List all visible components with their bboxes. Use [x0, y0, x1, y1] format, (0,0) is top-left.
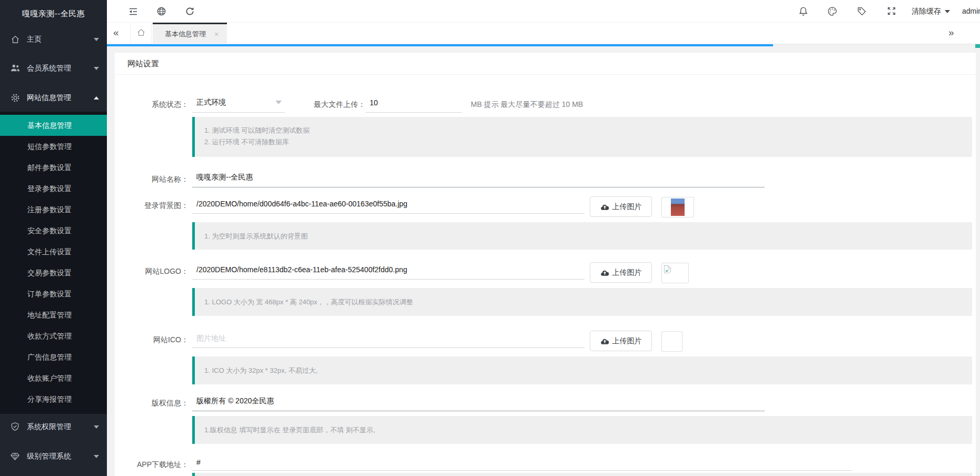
system-status-value: 正式环境 [192, 97, 285, 107]
sidebar-item-share-poster[interactable]: 分享海报管理 [0, 389, 107, 410]
sidebar-item-label: 主页 [27, 35, 42, 44]
globe-icon[interactable] [156, 6, 167, 17]
chevron-down-icon [94, 38, 99, 41]
main-content: 网站设置 系统状态： 正式环境 最大文件上传： MB 提示 最大尽量不要超过 1… [107, 46, 980, 476]
ico-hint-box: 1. ICO 大小为 32px * 32px, 不易过大, [192, 356, 972, 384]
shield-check-icon [11, 422, 20, 432]
broken-image-icon [664, 265, 671, 276]
sidebar-item-payment-account[interactable]: 收款账户管理 [0, 368, 107, 389]
sidebar-item-register-params[interactable]: 注册参数设置 [0, 199, 107, 220]
sidebar-item-home[interactable]: 主页 [0, 27, 107, 52]
site-ico-label: 网站ICO： [115, 334, 189, 345]
chevron-down-icon [94, 455, 99, 458]
clear-cache-button[interactable]: 清除缓存 [912, 7, 950, 16]
login-bg-input[interactable] [192, 198, 585, 214]
app-download-label: APP下载地址： [115, 459, 189, 470]
sidebar-item-sms-params[interactable]: 短信参数管理 [0, 136, 107, 157]
home-icon [11, 35, 20, 44]
clear-cache-label: 清除缓存 [912, 7, 941, 15]
logo-thumbnail[interactable] [661, 263, 689, 283]
refresh-icon[interactable] [185, 6, 195, 17]
chevron-down-icon [94, 67, 99, 70]
ico-thumbnail[interactable] [661, 331, 682, 352]
upload-logo-button[interactable]: 上传图片 [590, 262, 652, 283]
site-logo-input[interactable] [192, 264, 585, 280]
sidebar-item-label: 系统权限管理 [27, 422, 71, 432]
sidebar: 嘎嘎亲测--全民惠 主页 会员系统管理 网站信息管理 基本信息管理 短信参数管理… [0, 0, 107, 476]
collapse-sidebar-icon[interactable] [128, 6, 138, 17]
fullscreen-icon[interactable] [887, 6, 897, 17]
page-title: 网站设置 [127, 59, 159, 69]
logo-hint-box: 1. LOGO 大小为 宽 468px * 高 240px，，高度可以根据实际情… [192, 288, 972, 316]
upload-button-label: 上传图片 [612, 336, 642, 346]
hint-line: 1. ICO 大小为 32px * 32px, 不易过大, [204, 365, 972, 376]
app-download-input[interactable] [192, 457, 852, 471]
chevron-down-icon [94, 425, 99, 429]
max-upload-suffix: MB 提示 最大尽量不要超过 10 MB [471, 99, 583, 110]
sidebar-item-payment-method[interactable]: 收款方式管理 [0, 325, 107, 346]
upload-button-label: 上传图片 [612, 268, 642, 277]
hint-line: 1.版权信息 填写时显示在 登录页面底部，不填 则不显示, [204, 424, 972, 436]
app-download-hint-box [192, 473, 972, 476]
status-hint-box: 1. 测试环境 可以随时清空测试数据 2. 运行环境 不可清除数据库 [192, 117, 972, 157]
tab-home[interactable] [130, 23, 152, 44]
app-title: 嘎嘎亲测--全民惠 [0, 0, 107, 27]
cloud-upload-icon [600, 338, 609, 345]
sidebar-item-login-params[interactable]: 登录参数设置 [0, 178, 107, 199]
chevron-up-icon [94, 96, 99, 100]
site-ico-input[interactable] [192, 332, 585, 348]
sidebar-item-label: 会员系统管理 [27, 64, 71, 73]
cloud-upload-icon [600, 203, 609, 211]
card-header: 网站设置 [115, 53, 976, 75]
system-status-select[interactable]: 正式环境 [192, 97, 285, 113]
scrollbar-thumb[interactable] [975, 44, 980, 48]
gear-icon [11, 93, 20, 103]
sidebar-item-basic-info[interactable]: 基本信息管理 [0, 115, 107, 136]
home-icon [136, 28, 146, 39]
tag-icon[interactable] [857, 6, 867, 17]
login-bg-label: 登录背景图： [115, 200, 189, 211]
palette-icon[interactable] [827, 6, 838, 17]
bell-icon[interactable] [798, 6, 809, 17]
sidebar-item-permissions[interactable]: 系统权限管理 [0, 415, 107, 439]
sidebar-item-ad-info[interactable]: 广告信息管理 [0, 346, 107, 368]
sidebar-item-members[interactable]: 会员系统管理 [0, 56, 107, 81]
max-upload-input[interactable] [365, 97, 462, 113]
sidebar-item-label: 网站信息管理 [27, 93, 71, 103]
sidebar-item-site-info[interactable]: 网站信息管理 [0, 86, 107, 110]
close-icon[interactable]: × [214, 30, 219, 38]
sidebar-item-security-params[interactable]: 安全参数设置 [0, 220, 107, 241]
settings-card: 网站设置 系统状态： 正式环境 最大文件上传： MB 提示 最大尽量不要超过 1… [115, 53, 976, 476]
sidebar-submenu: 基本信息管理 短信参数管理 邮件参数设置 登录参数设置 注册参数设置 安全参数设… [0, 112, 107, 414]
copyright-input[interactable] [192, 395, 765, 411]
upload-button-label: 上传图片 [612, 202, 642, 212]
copyright-label: 版权信息： [115, 398, 189, 408]
site-name-label: 网站名称： [115, 174, 189, 184]
sidebar-item-mail-params[interactable]: 邮件参数设置 [0, 157, 107, 178]
login-bg-thumbnail[interactable] [661, 197, 694, 217]
login-bg-preview-image [671, 199, 685, 216]
tab-label: 基本信息管理 [165, 29, 206, 39]
upload-login-bg-button[interactable]: 上传图片 [590, 196, 652, 217]
sidebar-item-file-upload[interactable]: 文件上传设置 [0, 241, 107, 262]
max-upload-label: 最大文件上传： [290, 99, 365, 110]
username[interactable]: admin [962, 7, 980, 15]
site-name-input[interactable] [192, 172, 765, 187]
tabs-scroll-left-button[interactable]: « [113, 27, 119, 38]
tabs-scroll-right-button[interactable]: » [948, 27, 954, 38]
chevron-down-icon [945, 10, 950, 13]
sidebar-item-address-config[interactable]: 地址配置管理 [0, 304, 107, 325]
sidebar-item-trade-params[interactable]: 交易参数设置 [0, 262, 107, 283]
tab-basic-info[interactable]: 基本信息管理 × [153, 23, 227, 44]
hint-line: 2. 运行环境 不可清除数据库 [204, 136, 972, 148]
chevron-down-icon [275, 101, 282, 104]
login-bg-hint-box: 1. 为空时则显示系统默认的背景图 [192, 222, 972, 250]
loading-bar [107, 44, 773, 46]
sidebar-item-level-mgmt[interactable]: 级别管理系统 [0, 444, 107, 469]
cloud-upload-icon [600, 269, 609, 276]
upload-ico-button[interactable]: 上传图片 [590, 331, 652, 351]
system-status-label: 系统状态： [115, 99, 189, 110]
hint-line: 1. 为空时则显示系统默认的背景图 [204, 231, 972, 242]
sidebar-item-order-params[interactable]: 订单参数设置 [0, 283, 107, 304]
hint-line: 1. LOGO 大小为 宽 468px * 高 240px，，高度可以根据实际情… [204, 296, 972, 308]
